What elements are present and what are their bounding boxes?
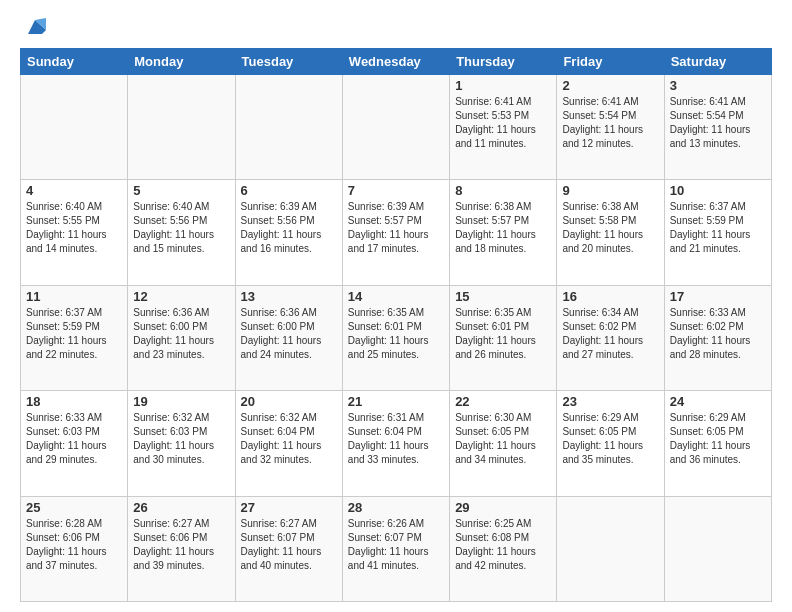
calendar-table: SundayMondayTuesdayWednesdayThursdayFrid…	[20, 48, 772, 602]
calendar-cell	[342, 75, 449, 180]
day-info: Sunrise: 6:34 AM Sunset: 6:02 PM Dayligh…	[562, 306, 658, 362]
day-info: Sunrise: 6:39 AM Sunset: 5:57 PM Dayligh…	[348, 200, 444, 256]
day-number: 3	[670, 78, 766, 93]
day-number: 20	[241, 394, 337, 409]
day-number: 24	[670, 394, 766, 409]
calendar-cell: 27Sunrise: 6:27 AM Sunset: 6:07 PM Dayli…	[235, 496, 342, 601]
calendar-cell: 8Sunrise: 6:38 AM Sunset: 5:57 PM Daylig…	[450, 180, 557, 285]
day-info: Sunrise: 6:41 AM Sunset: 5:53 PM Dayligh…	[455, 95, 551, 151]
day-info: Sunrise: 6:37 AM Sunset: 5:59 PM Dayligh…	[670, 200, 766, 256]
calendar-cell: 24Sunrise: 6:29 AM Sunset: 6:05 PM Dayli…	[664, 391, 771, 496]
col-header-monday: Monday	[128, 49, 235, 75]
week-row-2: 11Sunrise: 6:37 AM Sunset: 5:59 PM Dayli…	[21, 285, 772, 390]
calendar-cell: 15Sunrise: 6:35 AM Sunset: 6:01 PM Dayli…	[450, 285, 557, 390]
col-header-saturday: Saturday	[664, 49, 771, 75]
calendar-cell: 3Sunrise: 6:41 AM Sunset: 5:54 PM Daylig…	[664, 75, 771, 180]
day-number: 18	[26, 394, 122, 409]
day-info: Sunrise: 6:37 AM Sunset: 5:59 PM Dayligh…	[26, 306, 122, 362]
col-header-friday: Friday	[557, 49, 664, 75]
day-number: 4	[26, 183, 122, 198]
calendar-cell: 5Sunrise: 6:40 AM Sunset: 5:56 PM Daylig…	[128, 180, 235, 285]
calendar-cell: 10Sunrise: 6:37 AM Sunset: 5:59 PM Dayli…	[664, 180, 771, 285]
calendar-cell: 22Sunrise: 6:30 AM Sunset: 6:05 PM Dayli…	[450, 391, 557, 496]
day-info: Sunrise: 6:38 AM Sunset: 5:57 PM Dayligh…	[455, 200, 551, 256]
day-info: Sunrise: 6:27 AM Sunset: 6:06 PM Dayligh…	[133, 517, 229, 573]
calendar-cell: 4Sunrise: 6:40 AM Sunset: 5:55 PM Daylig…	[21, 180, 128, 285]
day-number: 8	[455, 183, 551, 198]
calendar-cell	[557, 496, 664, 601]
day-number: 26	[133, 500, 229, 515]
calendar-cell: 11Sunrise: 6:37 AM Sunset: 5:59 PM Dayli…	[21, 285, 128, 390]
day-info: Sunrise: 6:36 AM Sunset: 6:00 PM Dayligh…	[241, 306, 337, 362]
day-number: 19	[133, 394, 229, 409]
day-number: 23	[562, 394, 658, 409]
calendar-header-row: SundayMondayTuesdayWednesdayThursdayFrid…	[21, 49, 772, 75]
calendar-cell: 20Sunrise: 6:32 AM Sunset: 6:04 PM Dayli…	[235, 391, 342, 496]
day-info: Sunrise: 6:36 AM Sunset: 6:00 PM Dayligh…	[133, 306, 229, 362]
day-info: Sunrise: 6:40 AM Sunset: 5:56 PM Dayligh…	[133, 200, 229, 256]
day-info: Sunrise: 6:33 AM Sunset: 6:02 PM Dayligh…	[670, 306, 766, 362]
day-number: 10	[670, 183, 766, 198]
calendar-cell: 21Sunrise: 6:31 AM Sunset: 6:04 PM Dayli…	[342, 391, 449, 496]
calendar-cell: 25Sunrise: 6:28 AM Sunset: 6:06 PM Dayli…	[21, 496, 128, 601]
week-row-3: 18Sunrise: 6:33 AM Sunset: 6:03 PM Dayli…	[21, 391, 772, 496]
header	[20, 16, 772, 38]
day-info: Sunrise: 6:32 AM Sunset: 6:03 PM Dayligh…	[133, 411, 229, 467]
day-number: 14	[348, 289, 444, 304]
day-number: 15	[455, 289, 551, 304]
day-info: Sunrise: 6:40 AM Sunset: 5:55 PM Dayligh…	[26, 200, 122, 256]
day-number: 13	[241, 289, 337, 304]
day-info: Sunrise: 6:38 AM Sunset: 5:58 PM Dayligh…	[562, 200, 658, 256]
day-info: Sunrise: 6:26 AM Sunset: 6:07 PM Dayligh…	[348, 517, 444, 573]
col-header-thursday: Thursday	[450, 49, 557, 75]
calendar-cell: 13Sunrise: 6:36 AM Sunset: 6:00 PM Dayli…	[235, 285, 342, 390]
calendar-cell: 6Sunrise: 6:39 AM Sunset: 5:56 PM Daylig…	[235, 180, 342, 285]
day-info: Sunrise: 6:35 AM Sunset: 6:01 PM Dayligh…	[348, 306, 444, 362]
day-number: 5	[133, 183, 229, 198]
day-number: 6	[241, 183, 337, 198]
day-number: 25	[26, 500, 122, 515]
calendar-cell: 16Sunrise: 6:34 AM Sunset: 6:02 PM Dayli…	[557, 285, 664, 390]
calendar-cell: 7Sunrise: 6:39 AM Sunset: 5:57 PM Daylig…	[342, 180, 449, 285]
calendar-cell: 26Sunrise: 6:27 AM Sunset: 6:06 PM Dayli…	[128, 496, 235, 601]
day-info: Sunrise: 6:33 AM Sunset: 6:03 PM Dayligh…	[26, 411, 122, 467]
calendar-cell: 29Sunrise: 6:25 AM Sunset: 6:08 PM Dayli…	[450, 496, 557, 601]
day-number: 9	[562, 183, 658, 198]
logo-icon	[24, 16, 46, 38]
day-number: 17	[670, 289, 766, 304]
calendar-cell	[21, 75, 128, 180]
day-number: 16	[562, 289, 658, 304]
page: SundayMondayTuesdayWednesdayThursdayFrid…	[0, 0, 792, 612]
day-info: Sunrise: 6:30 AM Sunset: 6:05 PM Dayligh…	[455, 411, 551, 467]
day-number: 1	[455, 78, 551, 93]
day-info: Sunrise: 6:29 AM Sunset: 6:05 PM Dayligh…	[670, 411, 766, 467]
day-info: Sunrise: 6:25 AM Sunset: 6:08 PM Dayligh…	[455, 517, 551, 573]
week-row-0: 1Sunrise: 6:41 AM Sunset: 5:53 PM Daylig…	[21, 75, 772, 180]
calendar-cell	[128, 75, 235, 180]
day-info: Sunrise: 6:35 AM Sunset: 6:01 PM Dayligh…	[455, 306, 551, 362]
day-info: Sunrise: 6:39 AM Sunset: 5:56 PM Dayligh…	[241, 200, 337, 256]
day-info: Sunrise: 6:27 AM Sunset: 6:07 PM Dayligh…	[241, 517, 337, 573]
calendar-cell: 19Sunrise: 6:32 AM Sunset: 6:03 PM Dayli…	[128, 391, 235, 496]
calendar-cell: 2Sunrise: 6:41 AM Sunset: 5:54 PM Daylig…	[557, 75, 664, 180]
calendar-cell: 17Sunrise: 6:33 AM Sunset: 6:02 PM Dayli…	[664, 285, 771, 390]
day-info: Sunrise: 6:28 AM Sunset: 6:06 PM Dayligh…	[26, 517, 122, 573]
day-number: 22	[455, 394, 551, 409]
col-header-sunday: Sunday	[21, 49, 128, 75]
calendar-cell: 18Sunrise: 6:33 AM Sunset: 6:03 PM Dayli…	[21, 391, 128, 496]
calendar-cell	[235, 75, 342, 180]
day-info: Sunrise: 6:41 AM Sunset: 5:54 PM Dayligh…	[670, 95, 766, 151]
calendar-cell: 12Sunrise: 6:36 AM Sunset: 6:00 PM Dayli…	[128, 285, 235, 390]
day-info: Sunrise: 6:32 AM Sunset: 6:04 PM Dayligh…	[241, 411, 337, 467]
calendar-cell: 23Sunrise: 6:29 AM Sunset: 6:05 PM Dayli…	[557, 391, 664, 496]
col-header-tuesday: Tuesday	[235, 49, 342, 75]
week-row-4: 25Sunrise: 6:28 AM Sunset: 6:06 PM Dayli…	[21, 496, 772, 601]
day-info: Sunrise: 6:31 AM Sunset: 6:04 PM Dayligh…	[348, 411, 444, 467]
calendar-cell: 1Sunrise: 6:41 AM Sunset: 5:53 PM Daylig…	[450, 75, 557, 180]
logo	[20, 16, 46, 38]
day-number: 2	[562, 78, 658, 93]
week-row-1: 4Sunrise: 6:40 AM Sunset: 5:55 PM Daylig…	[21, 180, 772, 285]
col-header-wednesday: Wednesday	[342, 49, 449, 75]
day-number: 21	[348, 394, 444, 409]
day-number: 29	[455, 500, 551, 515]
